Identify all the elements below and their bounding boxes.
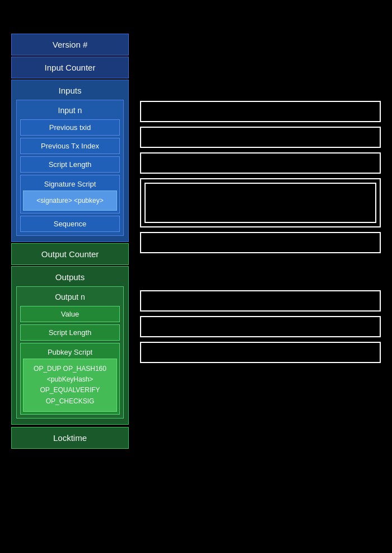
output-n-label: Output n — [20, 290, 120, 304]
right-box-output-1 — [140, 290, 381, 312]
output-counter-label: Output Counter — [41, 249, 99, 259]
signature-script-label: Signature Script — [23, 178, 117, 190]
gap-spacer — [140, 258, 381, 286]
right-box-signature-inner — [144, 183, 376, 223]
outputs-inner-block: Output n Value Script Length Pubkey Scri… — [16, 286, 124, 419]
pubkey-script-block: Pubkey Script OP_DUP OP_HASH160 <pubKeyH… — [20, 343, 120, 415]
value-field: Value — [20, 306, 120, 322]
inputs-group-label: Inputs — [16, 86, 124, 95]
outputs-outer-block: Outputs Output n Value Script Length Pub… — [11, 266, 129, 425]
right-box-output-3 — [140, 342, 381, 363]
locktime-label: Locktime — [53, 433, 87, 443]
pubkey-script-inner: OP_DUP OP_HASH160 <pubKeyHash> OP_EQUALV… — [23, 359, 117, 412]
input-counter-block: Input Counter — [11, 57, 129, 78]
transaction-structure: Version # Input Counter Inputs Input n P… — [11, 34, 129, 449]
previous-tx-index-field: Previous Tx Index — [20, 138, 120, 154]
right-box-3 — [140, 152, 381, 174]
right-annotation-column — [140, 34, 381, 363]
right-box-2 — [140, 127, 381, 148]
output-counter-block: Output Counter — [11, 243, 129, 265]
right-box-1 — [140, 101, 381, 122]
previous-txid-field: Previous txid — [20, 119, 120, 136]
inputs-inner-block: Input n Previous txid Previous Tx Index … — [16, 100, 124, 236]
input-counter-label: Input Counter — [45, 63, 96, 72]
inputs-outer-block: Inputs Input n Previous txid Previous Tx… — [11, 80, 129, 242]
sequence-field: Sequence — [20, 216, 120, 232]
right-box-output-2 — [140, 316, 381, 337]
right-box-signature — [140, 178, 381, 227]
locktime-block: Locktime — [11, 427, 129, 449]
right-box-4 — [140, 232, 381, 253]
version-label: Version # — [53, 40, 88, 49]
script-length-output-field: Script Length — [20, 324, 120, 341]
script-length-input-field: Script Length — [20, 156, 120, 173]
input-n-label: Input n — [20, 104, 120, 117]
outputs-group-label: Outputs — [16, 272, 124, 282]
signature-script-block: Signature Script <signature> <pubkey> — [20, 175, 120, 213]
pubkey-script-label: Pubkey Script — [23, 346, 117, 359]
version-block: Version # — [11, 34, 129, 55]
signature-script-inner: <signature> <pubkey> — [23, 190, 117, 211]
